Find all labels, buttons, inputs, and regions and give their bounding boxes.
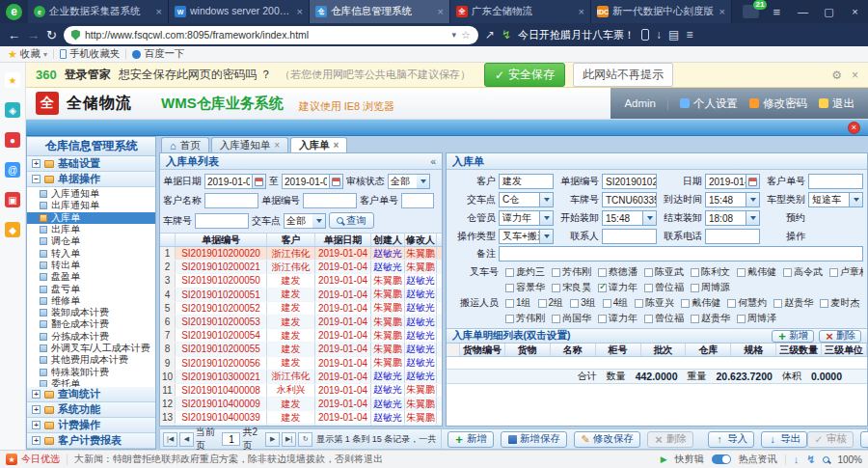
remark-input[interactable] <box>499 246 863 262</box>
inbound-order-row[interactable]: 1 SI2019010200020 浙江伟化 2019-01-04 赵敏光 朱翼… <box>160 247 442 261</box>
inbound-order-row[interactable]: 3 SI2019010200050 建发 2019-01-04 朱翼鹏 赵敏光 <box>160 274 442 288</box>
side-toolbar-icon[interactable]: ▣ <box>5 192 20 207</box>
sidebar-menu-item[interactable]: 特殊装卸计费 <box>27 366 155 377</box>
page-tab[interactable]: ⌂ 首页 × <box>161 137 209 152</box>
hot-news-toggle[interactable] <box>712 454 731 464</box>
field-input[interactable]: 叉车+搬运 <box>499 229 540 244</box>
browser-tab[interactable]: e 企业数据采集器系统 × <box>28 0 169 23</box>
inbound-order-row[interactable]: 2 SI2019010200021 浙江伟化 2019-01-04 赵敏光 朱翼… <box>160 261 442 274</box>
expand-icon[interactable]: + <box>32 405 41 414</box>
daily-picks-link[interactable]: ★ 今日优选 <box>6 453 60 466</box>
column-header[interactable]: 客户 <box>267 234 315 246</box>
sidebar-menu-item[interactable]: 入库通知单 <box>27 188 155 200</box>
sidebar-section-header[interactable]: + 查询统计 <box>27 387 155 402</box>
worker-checkbox[interactable]: 周博泽 <box>737 312 776 325</box>
toolbar-button[interactable]: 删除 <box>647 431 693 448</box>
doc-number-input[interactable] <box>303 193 357 208</box>
checkbox-icon[interactable] <box>570 299 579 308</box>
refresh-icon[interactable]: ↻ <box>298 432 312 447</box>
checkbox-icon[interactable] <box>598 268 607 277</box>
expand-icon[interactable]: + <box>32 421 41 429</box>
worker-checkbox[interactable]: 戴伟健 <box>681 296 720 310</box>
more-tools-icon[interactable]: ≡ <box>686 28 692 41</box>
worker-checkbox[interactable]: 容景华 <box>505 281 545 294</box>
field-input[interactable]: C仓 <box>499 192 540 207</box>
worker-checkbox[interactable]: 戴伟健 <box>737 265 776 279</box>
gear-icon[interactable]: ⚙ <box>831 69 842 82</box>
checkbox-icon[interactable] <box>727 299 736 308</box>
checkbox-icon[interactable] <box>644 315 653 323</box>
sidebar-menu-item[interactable]: 装卸成本计费 <box>27 307 155 318</box>
last-page-button[interactable]: ▶| <box>282 432 296 447</box>
worker-checkbox[interactable]: 陈亚兴 <box>635 296 674 310</box>
zoom-icon[interactable] <box>823 456 829 463</box>
search-button[interactable]: 查询 <box>329 212 374 229</box>
inbound-order-row[interactable]: 7 SI2019010200054 建发 2019-01-04 朱翼鹏 赵敏光 <box>160 329 442 343</box>
quick-clip-label[interactable]: 快剪辑 <box>675 453 704 466</box>
field-input[interactable]: 建发 <box>499 174 554 189</box>
change-password-button[interactable]: 修改密码 <box>749 96 807 111</box>
url-box[interactable]: http://www.fsqcwl.com:8095/framework/ind… <box>64 26 478 44</box>
checkbox-icon[interactable] <box>829 268 838 277</box>
worker-checkbox[interactable]: 卢章林 <box>829 265 863 279</box>
worker-checkbox[interactable]: 陈亚武 <box>644 265 684 279</box>
column-header[interactable]: 修改人 <box>405 234 437 246</box>
checkbox-icon[interactable] <box>552 284 560 292</box>
sidebar-menu-item[interactable]: 委托单 <box>27 378 155 387</box>
checkbox-icon[interactable] <box>691 315 699 323</box>
field-input[interactable]: 短途车 <box>808 192 850 207</box>
field-input[interactable]: 15:48 <box>705 192 746 207</box>
worker-checkbox[interactable]: 4组 <box>603 296 629 310</box>
tab-close-icon[interactable]: × <box>274 140 280 151</box>
share-icon[interactable]: ↗ <box>485 28 495 41</box>
message-icon[interactable]: 21 <box>743 5 759 18</box>
checkbox-icon[interactable] <box>505 284 514 292</box>
worker-checkbox[interactable]: 尚国华 <box>552 312 591 325</box>
inbound-order-row[interactable]: 12 SI2019010400009 建发 2019-01-04 赵敏光 朱翼鹏 <box>160 398 442 411</box>
tab-close-icon[interactable]: × <box>334 140 339 151</box>
sidebar-menu-item[interactable]: 转入单 <box>27 247 155 259</box>
sidebar-menu-item[interactable]: 维修单 <box>27 295 155 307</box>
field-input[interactable]: 谭力年 <box>499 210 540 226</box>
field-input[interactable]: 2019-01-04 <box>705 174 746 189</box>
download-manager-icon[interactable]: ↓ <box>794 454 800 465</box>
close-button[interactable]: × <box>842 0 868 23</box>
inbound-order-row[interactable]: 6 SI2019010200053 建发 2019-01-04 朱翼鹏 赵敏光 <box>160 316 442 329</box>
personal-settings-button[interactable]: 个人设置 <box>680 96 738 111</box>
expand-icon[interactable]: + <box>32 390 41 399</box>
calendar-icon[interactable] <box>253 174 266 189</box>
speed-icon[interactable]: ↯ <box>806 454 815 466</box>
worker-checkbox[interactable]: 芳伟刚 <box>505 312 545 325</box>
checkbox-icon[interactable] <box>737 315 746 323</box>
sidebar-section-header[interactable]: + 系统功能 <box>27 402 155 418</box>
browser-tab[interactable]: 全 广东全储物流 × <box>450 0 591 23</box>
date-to-input[interactable] <box>282 174 330 189</box>
worker-checkbox[interactable]: 何慧灼 <box>727 296 767 310</box>
sidebar-section-header[interactable]: + 客户计费报表 <box>27 433 155 449</box>
checkbox-icon[interactable] <box>681 299 690 308</box>
audit-status-select[interactable]: 全部 <box>388 174 417 189</box>
column-header[interactable]: 单据编号 <box>176 234 267 246</box>
tab-close-icon[interactable]: × <box>297 6 303 17</box>
field-input[interactable]: TCNU6033579 <box>602 192 657 207</box>
inbound-order-row[interactable]: 4 SI2019010200051 建发 2019-01-04 朱翼鹏 赵敏光 <box>160 289 442 302</box>
first-page-button[interactable]: |◀ <box>163 432 177 447</box>
logout-button[interactable]: 退出 <box>819 96 854 111</box>
side-toolbar-icon[interactable]: @ <box>5 162 20 178</box>
checkbox-icon[interactable] <box>552 315 560 323</box>
expand-icon[interactable]: + <box>32 436 41 445</box>
sidebar-menu-item[interactable]: 其他费用成本计费 <box>27 354 155 366</box>
browser-logo-icon[interactable]: e <box>6 4 22 20</box>
chevron-down-icon[interactable] <box>540 229 554 244</box>
worker-checkbox[interactable]: 宋良昊 <box>552 281 591 294</box>
worker-checkbox[interactable]: 曾位福 <box>644 312 684 325</box>
side-toolbar-icon[interactable]: ★ <box>5 72 20 88</box>
zoom-level[interactable]: 100% <box>837 454 862 465</box>
forward-icon[interactable]: → <box>27 28 40 42</box>
worker-checkbox[interactable]: 赵贵华 <box>773 296 813 310</box>
worker-checkbox[interactable]: 周博源 <box>691 281 730 294</box>
sidebar-section-header[interactable]: + 基础设置 <box>27 156 155 172</box>
toolbar-button[interactable]: 新增保存 <box>501 431 567 448</box>
detail-delete-button[interactable]: 删除 <box>819 330 861 343</box>
prev-page-button[interactable]: ◀ <box>179 432 194 447</box>
